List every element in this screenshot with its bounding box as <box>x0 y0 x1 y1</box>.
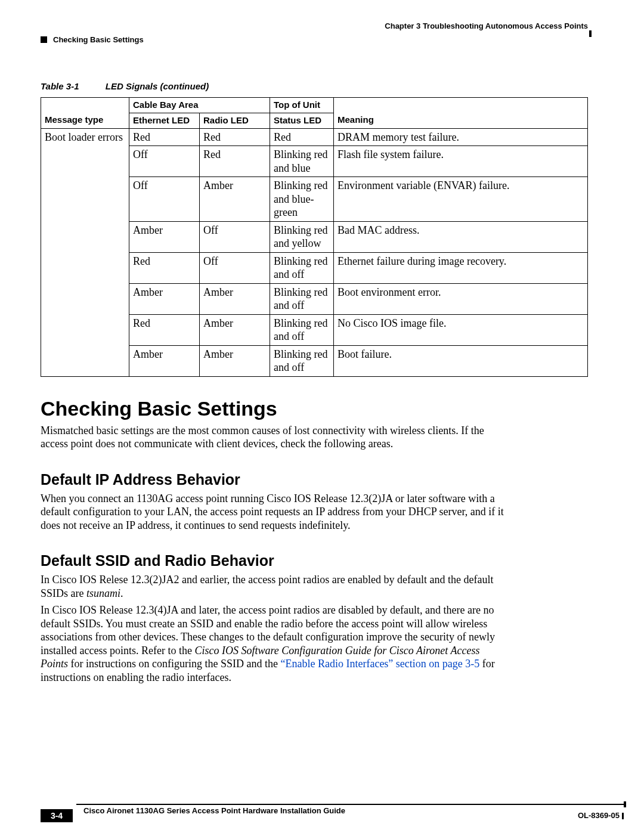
cell: Boot environment error. <box>334 283 588 314</box>
intro-paragraph: Mismatched basic settings are the most c… <box>41 424 509 451</box>
ssid-paragraph-1: In Cisco IOS Relese 12.3(2)JA2 and earli… <box>41 573 509 600</box>
cell: Off <box>129 177 200 222</box>
cell: Blinking red and yellow <box>270 221 334 252</box>
th-empty <box>41 98 129 113</box>
th-empty2 <box>334 98 588 113</box>
cell: Flash file system failure. <box>334 146 588 177</box>
header-rule-icon <box>589 30 592 37</box>
th-message-type: Message type <box>41 113 129 128</box>
cell: Red <box>129 128 200 146</box>
cell: Amber <box>129 345 200 376</box>
table-number: Table 3-1 <box>41 81 79 91</box>
running-header: Chapter 3 Troubleshooting Autonomous Acc… <box>41 21 588 50</box>
heading-checking-basic-settings: Checking Basic Settings <box>41 397 588 420</box>
th-status-led: Status LED <box>270 113 334 128</box>
th-radio-led: Radio LED <box>200 113 270 128</box>
cell-message-type: Boot loader errors <box>41 128 129 376</box>
cell: No Cisco IOS image file. <box>334 314 588 345</box>
cell: Red <box>200 128 270 146</box>
th-group-top-unit: Top of Unit <box>270 98 334 113</box>
cell: Blinking red and blue <box>270 146 334 177</box>
ssid-paragraph-2: In Cisco IOS Release 12.3(4)JA and later… <box>41 603 509 684</box>
cell: Environment variable (ENVAR) failure. <box>334 177 588 222</box>
cell: Off <box>129 146 200 177</box>
link-enable-radio-interfaces[interactable]: “Enable Radio Interfaces” section on pag… <box>280 658 479 670</box>
cell: Off <box>200 252 270 283</box>
cell: Off <box>200 221 270 252</box>
cell: Red <box>129 314 200 345</box>
cell: Amber <box>200 345 270 376</box>
section-label: Checking Basic Settings <box>53 35 144 44</box>
cell: Red <box>129 252 200 283</box>
page-footer: Cisco Aironet 1130AG Series Access Point… <box>41 804 624 815</box>
led-signals-table: Cable Bay Area Top of Unit Message type … <box>41 97 588 377</box>
cell: Amber <box>129 221 200 252</box>
cell: Blinking red and blue-green <box>270 177 334 222</box>
table-caption: Table 3-1 LED Signals (continued) <box>41 81 588 91</box>
table-row: Boot loader errors Red Red Red DRAM memo… <box>41 128 588 146</box>
heading-default-ssid: Default SSID and Radio Behavior <box>41 552 588 569</box>
footer-doc-title: Cisco Aironet 1130AG Series Access Point… <box>83 806 624 815</box>
footer-rule-icon <box>76 804 624 805</box>
cell: Bad MAC address. <box>334 221 588 252</box>
cell: Amber <box>200 177 270 222</box>
doc-number: OL-8369-05 <box>578 811 624 820</box>
cell: Blinking red and off <box>270 345 334 376</box>
th-ethernet-led: Ethernet LED <box>129 113 200 128</box>
heading-default-ip: Default IP Address Behavior <box>41 471 588 488</box>
cell: Amber <box>200 283 270 314</box>
italic-tsunami: tsunami <box>86 587 120 599</box>
default-ip-paragraph: When you connect an 1130AG access point … <box>41 492 509 532</box>
cell: Ethernet failure during image recovery. <box>334 252 588 283</box>
cell: Amber <box>200 314 270 345</box>
th-meaning: Meaning <box>334 113 588 128</box>
table-title: LED Signals (continued) <box>106 81 209 91</box>
cell: Blinking red and off <box>270 283 334 314</box>
cell: DRAM memory test failure. <box>334 128 588 146</box>
th-group-cable-bay: Cable Bay Area <box>129 98 270 113</box>
footer-tick-icon <box>622 813 624 819</box>
square-bullet-icon <box>41 36 47 43</box>
text: for instructions on configuring the SSID… <box>68 658 280 670</box>
page-number-box: 3-4 <box>41 809 73 822</box>
cell: Red <box>200 146 270 177</box>
cell: Blinking red and off <box>270 252 334 283</box>
cell: Red <box>270 128 334 146</box>
cell: Amber <box>129 283 200 314</box>
chapter-label: Chapter 3 Troubleshooting Autonomous Acc… <box>385 21 588 30</box>
cell: Blinking red and off <box>270 314 334 345</box>
cell: Boot failure. <box>334 345 588 376</box>
text: . <box>120 587 123 599</box>
